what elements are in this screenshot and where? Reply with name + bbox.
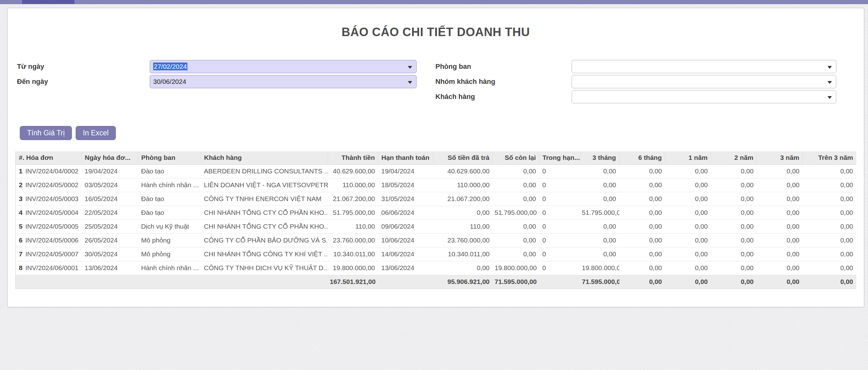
calculate-button[interactable]: Tính Giá Trị bbox=[20, 126, 72, 140]
column-header-in_term[interactable]: Trong hạn... bbox=[539, 151, 580, 164]
cell-paid: 110,00 bbox=[433, 220, 493, 233]
cell-date: 30/05/2024 bbox=[82, 247, 138, 261]
column-header-date[interactable]: Ngày hóa đơ... bbox=[82, 151, 138, 164]
cell-due: 09/06/2024 bbox=[378, 220, 433, 233]
cell-y3: 0,00 bbox=[757, 178, 803, 192]
column-header-y2[interactable]: 2 năm bbox=[711, 151, 757, 164]
table-row[interactable]: 1INV/2024/04/000219/04/2024Đào tạoABERDE… bbox=[16, 164, 857, 178]
cell-customer: CHI NHÁNH TỔNG CTY CỔ PHẦN KHO... bbox=[201, 220, 328, 233]
cell-amount: 110.000,00 bbox=[328, 178, 378, 192]
active-tab-indicator[interactable] bbox=[22, 0, 74, 4]
cell-m6: 0,00 bbox=[619, 233, 665, 247]
to-date-value: 30/06/2024 bbox=[153, 78, 186, 85]
total-remaining: 71.595.000,00 bbox=[493, 275, 539, 289]
cell-date: 13/06/2024 bbox=[82, 261, 138, 275]
total-paid: 95.906.921,00 bbox=[433, 275, 493, 289]
cell-y2: 0,00 bbox=[711, 220, 757, 233]
column-header-customer[interactable]: Khách hàng bbox=[201, 151, 328, 164]
column-header-over3[interactable]: Trên 3 năm bbox=[803, 151, 857, 164]
column-header-y3[interactable]: 3 năm bbox=[757, 151, 803, 164]
customer-label: Khách hàng bbox=[435, 90, 475, 103]
cell-due: 06/06/2024 bbox=[378, 206, 433, 220]
table-totals-row: 167.501.921,0095.906.921,0071.595.000,00… bbox=[16, 275, 857, 289]
cell-due: 13/06/2024 bbox=[378, 261, 433, 275]
cell-paid: 40.629.600,00 bbox=[433, 164, 493, 178]
cell-invoice: 5INV/2024/05/0005 bbox=[16, 220, 82, 233]
cell-m6: 0,00 bbox=[619, 164, 665, 178]
cell-due: 18/05/2024 bbox=[378, 178, 433, 192]
table-row[interactable]: 5INV/2024/05/000525/05/2024Dịch vụ Kỹ th… bbox=[16, 220, 857, 233]
row-number: 3 bbox=[19, 195, 23, 202]
cell-m3: 0,00 bbox=[580, 164, 619, 178]
total-over3: 0,00 bbox=[803, 275, 857, 289]
column-header-m6[interactable]: 6 tháng bbox=[619, 151, 665, 164]
cell-y3: 0,00 bbox=[757, 164, 803, 178]
column-header-y1[interactable]: 1 năm bbox=[665, 151, 711, 164]
column-header-remaining[interactable]: Số còn lại bbox=[493, 151, 539, 164]
cell-department: Đào tạo bbox=[138, 192, 201, 206]
total-m6: 0,00 bbox=[619, 275, 665, 289]
page-title: BÁO CÁO CHI TIẾT DOANH THU bbox=[7, 25, 864, 39]
cell-date: 26/05/2024 bbox=[82, 233, 138, 247]
cell-m3: 0,00 bbox=[580, 247, 619, 261]
from-date-input[interactable]: 27/02/2024 bbox=[150, 60, 416, 73]
department-select[interactable] bbox=[572, 60, 836, 73]
row-number: 6 bbox=[19, 236, 23, 244]
column-header-department[interactable]: Phòng ban bbox=[138, 151, 201, 164]
cell-due: 10/06/2024 bbox=[378, 233, 433, 247]
cell-over3: 0,00 bbox=[803, 233, 857, 247]
to-date-input[interactable]: 30/06/2024 bbox=[150, 75, 416, 88]
cell-over3: 0,00 bbox=[803, 164, 857, 178]
cell-over3: 0,00 bbox=[803, 178, 857, 192]
cell-over3: 0,00 bbox=[803, 247, 857, 261]
table-row[interactable]: 3INV/2024/05/000316/05/2024Đào tạoCÔNG T… bbox=[16, 192, 857, 206]
customer-select[interactable] bbox=[572, 90, 836, 103]
cell-in_term: 0 bbox=[539, 192, 580, 206]
cell-remaining: 0,00 bbox=[493, 247, 539, 261]
cell-y3: 0,00 bbox=[757, 233, 803, 247]
column-header-m3[interactable]: 3 tháng bbox=[580, 151, 619, 164]
cell-y2: 0,00 bbox=[711, 206, 757, 220]
column-header-amount[interactable]: Thành tiền bbox=[328, 151, 378, 164]
column-header-due[interactable]: Hạn thanh toán bbox=[378, 151, 433, 164]
cell-date: 19/04/2024 bbox=[82, 164, 138, 178]
cell-y2: 0,00 bbox=[711, 178, 757, 192]
cell-y3: 0,00 bbox=[757, 247, 803, 261]
row-number: 2 bbox=[19, 181, 23, 189]
column-header-paid[interactable]: Số tiền đã trả bbox=[433, 151, 493, 164]
cell-department: Hành chính nhân ... bbox=[138, 178, 201, 192]
cell-amount: 21.067.200,00 bbox=[328, 192, 378, 206]
cell-m6: 0,00 bbox=[619, 178, 665, 192]
chevron-down-icon bbox=[828, 96, 832, 99]
cell-remaining: 0,00 bbox=[493, 220, 539, 233]
cell-y1: 0,00 bbox=[665, 206, 711, 220]
table-row[interactable]: 8INV/2024/06/000113/06/2024Hành chính nh… bbox=[16, 261, 857, 275]
row-number: 1 bbox=[19, 167, 23, 175]
customer-group-select[interactable] bbox=[572, 75, 836, 88]
cell-y2: 0,00 bbox=[711, 233, 757, 247]
cell-customer: CHI NHÁNH TỔNG CÔNG TY KHÍ VIỆT ... bbox=[201, 247, 328, 261]
cell-invoice: 2INV/2024/05/0002 bbox=[16, 178, 82, 192]
cell-in_term: 0 bbox=[539, 220, 580, 233]
table-row[interactable]: 7INV/2024/05/000730/05/2024Mô phỏngCHI N… bbox=[16, 247, 857, 261]
cell-remaining: 0,00 bbox=[493, 164, 539, 178]
total-y2: 0,00 bbox=[711, 275, 757, 289]
cell-paid: 23.760.000,00 bbox=[433, 233, 493, 247]
cell-over3: 0,00 bbox=[803, 220, 857, 233]
department-label: Phòng ban bbox=[435, 60, 471, 73]
row-number: 4 bbox=[19, 209, 23, 216]
table-row[interactable]: 2INV/2024/05/000203/05/2024Hành chính nh… bbox=[16, 178, 857, 192]
column-header-invoice[interactable]: #. Hóa đơn bbox=[16, 151, 82, 164]
cell-customer: CHI NHÁNH TỔNG CTY CỔ PHẦN KHO... bbox=[201, 206, 328, 220]
cell-paid: 10.340.011,00 bbox=[433, 247, 493, 261]
export-excel-button[interactable]: In Excel bbox=[76, 126, 116, 140]
cell-invoice: 3INV/2024/05/0003 bbox=[16, 192, 82, 206]
total-department bbox=[138, 275, 201, 289]
cell-due: 19/04/2024 bbox=[378, 164, 433, 178]
table-row[interactable]: 4INV/2024/05/000422/05/2024Đào tạoCHI NH… bbox=[16, 206, 857, 220]
table-row[interactable]: 6INV/2024/05/000626/05/2024Mô phỏngCÔNG … bbox=[16, 233, 857, 247]
cell-y3: 0,00 bbox=[757, 206, 803, 220]
to-date-label: Đến ngày bbox=[17, 75, 48, 88]
cell-invoice: 8INV/2024/06/0001 bbox=[16, 261, 82, 275]
cell-paid: 21.067.200,00 bbox=[433, 192, 493, 206]
